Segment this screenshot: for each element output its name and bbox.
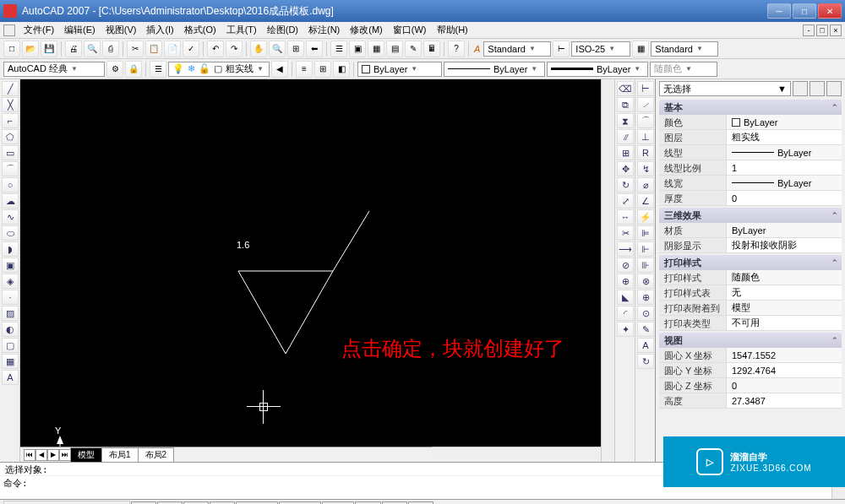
insert-block-tool[interactable]: ▣ — [2, 257, 19, 273]
copy-button[interactable]: 📋 — [145, 41, 162, 57]
tablestyle-dropdown[interactable]: Standard▼ — [651, 41, 718, 57]
dim-jogged-tool[interactable]: ↯ — [637, 161, 654, 176]
mtext-tool[interactable]: A — [2, 370, 19, 385]
pickadd-button[interactable] — [826, 81, 842, 96]
tab-last-button[interactable]: ⏭ — [59, 449, 71, 461]
doc-close-button[interactable]: × — [830, 24, 842, 36]
spline-tool[interactable]: ∿ — [2, 209, 19, 225]
property-value[interactable]: ByLayer — [727, 176, 842, 190]
status-toggle[interactable]: 线宽 — [382, 501, 407, 505]
line-tool[interactable]: ╱ — [2, 81, 19, 96]
property-value[interactable]: 粗实线 — [727, 130, 842, 144]
properties-button[interactable]: ☰ — [330, 41, 347, 57]
minimize-button[interactable]: ─ — [767, 3, 791, 19]
property-row[interactable]: 圆心 Y 坐标1292.4764 — [659, 363, 842, 378]
gradient-tool[interactable]: ◐ — [2, 322, 19, 337]
revcloud-tool[interactable]: ☁ — [2, 193, 19, 209]
property-value[interactable]: ByLayer — [727, 115, 842, 129]
chamfer-tool[interactable]: ◣ — [617, 290, 634, 305]
menu-item[interactable]: 修改(M) — [345, 23, 388, 36]
tolerance-tool[interactable]: ⊕ — [637, 290, 654, 305]
property-row[interactable]: 图层粗实线 — [659, 130, 842, 145]
layer-states-button[interactable]: ≡ — [296, 61, 313, 78]
arc-tool[interactable]: ⌒ — [2, 161, 19, 176]
status-toggle[interactable]: 对象追踪 — [279, 501, 321, 505]
property-group-header[interactable]: 视图⌃ — [659, 333, 842, 348]
redo-button[interactable]: ↷ — [226, 41, 243, 57]
doc-restore-button[interactable]: □ — [816, 24, 828, 36]
layer-dropdown[interactable]: 💡❄🔓▢ 粗实线▼ — [168, 62, 270, 77]
copy-tool[interactable]: ⧉ — [617, 97, 634, 112]
selection-dropdown[interactable]: 无选择▼ — [659, 81, 791, 96]
dim-edit-tool[interactable]: ✎ — [637, 322, 654, 337]
zoom-prev-button[interactable]: ⬅ — [306, 41, 323, 57]
layout-tab[interactable]: 模型 — [70, 447, 102, 463]
zoom-window-button[interactable]: ⊞ — [287, 41, 304, 57]
menu-item[interactable]: 标注(N) — [303, 23, 345, 36]
lineweight-dropdown[interactable]: ByLayer▼ — [547, 62, 648, 77]
property-value[interactable]: 无 — [727, 285, 842, 300]
maximize-button[interactable]: □ — [793, 3, 816, 19]
dim-angular-tool[interactable]: ∠ — [637, 193, 654, 209]
property-value[interactable]: 投射和接收阴影 — [727, 238, 842, 252]
close-button[interactable]: ✕ — [818, 3, 842, 19]
property-row[interactable]: 线宽ByLayer — [659, 176, 842, 191]
property-value[interactable]: 不可用 — [727, 316, 842, 330]
menu-item[interactable]: 编辑(E) — [59, 23, 101, 36]
dim-radius-tool[interactable]: R — [637, 145, 654, 160]
dim-ordinate-tool[interactable]: ⊥ — [637, 129, 654, 144]
property-value[interactable]: 27.3487 — [727, 393, 842, 408]
dim-break-tool[interactable]: ⊗ — [637, 274, 654, 289]
linetype-dropdown[interactable]: ByLayer▼ — [444, 62, 545, 77]
workspace-settings-button[interactable]: ⚙ — [106, 61, 123, 78]
plot-button[interactable]: 🖨 — [65, 41, 82, 57]
status-toggle[interactable]: DYN — [355, 501, 381, 505]
property-value[interactable]: 0 — [727, 191, 842, 205]
markup-button[interactable]: ✎ — [405, 41, 422, 57]
scale-tool[interactable]: ⤢ — [617, 193, 634, 209]
property-row[interactable]: 圆心 Z 坐标0 — [659, 378, 842, 393]
property-row[interactable]: 圆心 X 坐标1547.1552 — [659, 348, 842, 363]
xline-tool[interactable]: ╳ — [2, 97, 19, 112]
zoom-button[interactable]: 🔍 — [269, 41, 286, 57]
color-dropdown[interactable]: ByLayer▼ — [357, 62, 442, 77]
table-tool[interactable]: ▦ — [2, 354, 19, 369]
dim-arc-tool[interactable]: ⌒ — [637, 113, 654, 128]
save-button[interactable]: 💾 — [41, 41, 57, 57]
status-toggle[interactable]: 对象捕捉 — [236, 501, 278, 505]
rotate-tool[interactable]: ↻ — [617, 177, 634, 192]
status-toggle[interactable]: 极轴 — [210, 501, 235, 505]
stretch-tool[interactable]: ↔ — [617, 209, 634, 225]
menu-item[interactable]: 插入(I) — [141, 23, 178, 36]
layer-prev-button[interactable]: ◀ — [271, 61, 288, 78]
property-group-header[interactable]: 基本⌃ — [659, 100, 842, 115]
quickselect-button[interactable] — [793, 81, 808, 96]
extend-tool[interactable]: ⟶ — [617, 241, 634, 257]
menu-item[interactable]: 窗口(W) — [388, 23, 432, 36]
undo-button[interactable]: ↶ — [207, 41, 224, 57]
status-toggle[interactable]: 栅格 — [157, 501, 183, 505]
property-group-header[interactable]: 三维效果⌃ — [659, 208, 842, 223]
toolpalette-button[interactable]: ▦ — [368, 41, 384, 57]
layer-manager-button[interactable]: ☰ — [150, 61, 166, 78]
trim-tool[interactable]: ✂ — [617, 225, 634, 241]
dim-quick-tool[interactable]: ⚡ — [637, 209, 654, 225]
menu-item[interactable]: 视图(V) — [101, 23, 142, 36]
sheetset-button[interactable]: ▤ — [386, 41, 403, 57]
property-row[interactable]: 打印表类型不可用 — [659, 316, 842, 331]
dim-linear-tool[interactable]: ⊢ — [637, 81, 654, 96]
open-button[interactable]: 📂 — [22, 41, 39, 57]
fillet-tool[interactable]: ◜ — [617, 306, 634, 321]
property-value[interactable]: 模型 — [727, 301, 842, 315]
cut-button[interactable]: ✂ — [127, 41, 144, 57]
tab-next-button[interactable]: ▶ — [47, 449, 59, 461]
tab-first-button[interactable]: ⏮ — [24, 449, 35, 461]
erase-tool[interactable]: ⌫ — [617, 81, 634, 96]
match-button[interactable]: ✓ — [183, 41, 199, 57]
property-row[interactable]: 线型ByLayer — [659, 145, 842, 160]
property-value[interactable]: 1292.4764 — [727, 363, 842, 377]
status-toggle[interactable]: 正交 — [183, 501, 209, 505]
center-mark-tool[interactable]: ⊙ — [637, 306, 654, 321]
menu-item[interactable]: 工具(T) — [221, 23, 262, 36]
workspace-lock-button[interactable]: 🔒 — [125, 61, 142, 78]
